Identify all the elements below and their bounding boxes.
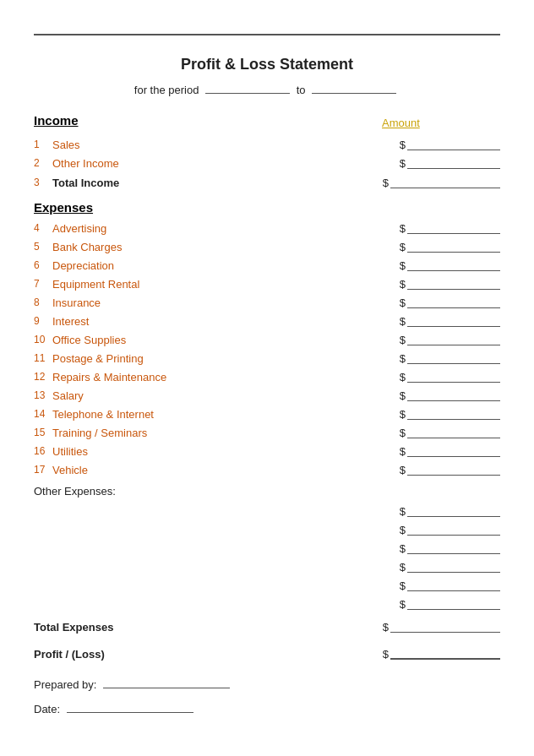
- exp-input-6[interactable]: [407, 259, 500, 271]
- income-input-2[interactable]: [407, 157, 500, 169]
- other-blank-6: $: [34, 596, 500, 612]
- profit-row: Profit / (Loss) $: [34, 645, 500, 663]
- exp-num-8: 8: [34, 296, 52, 308]
- income-row-1: 1 Sales $: [34, 136, 500, 153]
- other-input-3[interactable]: [407, 542, 500, 554]
- income-dollar-1: $: [390, 139, 406, 151]
- other-input-1[interactable]: [407, 505, 500, 517]
- prepared-by-input[interactable]: [103, 688, 230, 688]
- expense-row-8: 8 Insurance $: [34, 294, 500, 311]
- exp-dollar-6: $: [390, 259, 406, 272]
- period-end-blank[interactable]: [312, 93, 396, 94]
- total-income-dollar: $: [373, 177, 389, 189]
- other-expenses-blank-rows: $ $ $ $ $: [34, 503, 500, 612]
- income-header-row: Income Amount: [34, 113, 500, 133]
- exp-input-5[interactable]: [407, 241, 500, 253]
- income-input-1[interactable]: [407, 139, 500, 150]
- exp-num-14: 14: [34, 408, 52, 420]
- date-label: Date:: [34, 703, 60, 715]
- exp-num-5: 5: [34, 241, 52, 253]
- exp-dollar-7: $: [390, 278, 406, 291]
- other-input-5[interactable]: [407, 579, 500, 591]
- exp-label-6: Depreciation: [52, 259, 390, 272]
- exp-input-10[interactable]: [407, 334, 500, 345]
- exp-input-7[interactable]: [407, 278, 500, 290]
- income-dollar-2: $: [390, 157, 406, 170]
- expense-row-7: 7 Equipment Rental $: [34, 275, 500, 292]
- other-input-6[interactable]: [407, 598, 500, 610]
- exp-label-12: Repairs & Maintenance: [52, 371, 390, 383]
- exp-num-10: 10: [34, 334, 52, 345]
- exp-input-4[interactable]: [407, 222, 500, 234]
- total-expenses-dollar: $: [373, 621, 389, 634]
- income-label-2: Other Income: [52, 157, 390, 170]
- exp-num-16: 16: [34, 445, 52, 457]
- exp-input-13[interactable]: [407, 389, 500, 401]
- page-title: Profit & Loss Statement: [34, 56, 500, 73]
- exp-num-15: 15: [34, 427, 52, 438]
- period-to: to: [297, 84, 306, 96]
- exp-input-9[interactable]: [407, 315, 500, 327]
- prepared-by-label: Prepared by:: [34, 678, 96, 691]
- expense-row-16: 16 Utilities $: [34, 443, 500, 460]
- exp-dollar-14: $: [390, 408, 406, 421]
- expenses-section-header: Expenses: [34, 200, 500, 215]
- exp-dollar-17: $: [390, 464, 406, 476]
- exp-label-16: Utilities: [52, 445, 390, 458]
- page: Profit & Loss Statement for the period t…: [0, 0, 534, 753]
- exp-dollar-8: $: [390, 296, 406, 309]
- period-line: for the period to: [34, 84, 500, 96]
- expense-row-15: 15 Training / Seminars $: [34, 424, 500, 441]
- income-section: Income Amount 1 Sales $ 2 Other Income $…: [34, 113, 500, 192]
- exp-num-13: 13: [34, 389, 52, 401]
- exp-label-10: Office Supplies: [52, 334, 390, 346]
- exp-dollar-9: $: [390, 315, 406, 328]
- other-dollar-2: $: [390, 524, 406, 536]
- other-dollar-4: $: [390, 561, 406, 574]
- date-row: Date:: [34, 703, 500, 715]
- period-prefix: for the period: [134, 84, 199, 96]
- other-blank-5: $: [34, 577, 500, 594]
- exp-label-9: Interest: [52, 315, 390, 328]
- exp-dollar-5: $: [390, 241, 406, 253]
- expense-row-17: 17 Vehicle $: [34, 461, 500, 478]
- other-dollar-5: $: [390, 579, 406, 592]
- other-blank-4: $: [34, 558, 500, 575]
- total-income-row: 3 Total Income $: [34, 173, 500, 192]
- expense-row-5: 5 Bank Charges $: [34, 238, 500, 255]
- income-label-1: Sales: [52, 139, 390, 151]
- exp-num-9: 9: [34, 315, 52, 327]
- exp-label-8: Insurance: [52, 296, 390, 309]
- other-input-4[interactable]: [407, 561, 500, 573]
- other-input-2[interactable]: [407, 524, 500, 536]
- period-start-blank[interactable]: [205, 93, 290, 94]
- exp-input-14[interactable]: [407, 408, 500, 420]
- total-expenses-input[interactable]: [390, 621, 500, 633]
- exp-label-5: Bank Charges: [52, 241, 390, 253]
- exp-dollar-13: $: [390, 389, 406, 402]
- expense-row-12: 12 Repairs & Maintenance $: [34, 368, 500, 385]
- exp-input-15[interactable]: [407, 427, 500, 438]
- exp-input-16[interactable]: [407, 445, 500, 457]
- total-income-label: Total Income: [52, 177, 221, 189]
- exp-label-14: Telephone & Internet: [52, 408, 390, 421]
- exp-num-6: 6: [34, 259, 52, 271]
- exp-dollar-10: $: [390, 334, 406, 346]
- income-section-header: Income: [34, 113, 79, 128]
- total-income-input[interactable]: [390, 177, 500, 188]
- exp-dollar-11: $: [390, 352, 406, 365]
- exp-dollar-12: $: [390, 371, 406, 383]
- date-input[interactable]: [67, 712, 193, 713]
- other-dollar-6: $: [390, 598, 406, 611]
- exp-input-11[interactable]: [407, 352, 500, 364]
- expense-row-9: 9 Interest $: [34, 313, 500, 329]
- exp-dollar-16: $: [390, 445, 406, 458]
- other-dollar-3: $: [390, 542, 406, 555]
- income-row-2: 2 Other Income $: [34, 155, 500, 171]
- exp-input-12[interactable]: [407, 371, 500, 383]
- profit-input[interactable]: [390, 648, 500, 660]
- other-expenses-label: Other Expenses:: [34, 485, 500, 498]
- exp-input-17[interactable]: [407, 464, 500, 476]
- exp-input-8[interactable]: [407, 296, 500, 308]
- amount-header: Amount: [365, 117, 500, 129]
